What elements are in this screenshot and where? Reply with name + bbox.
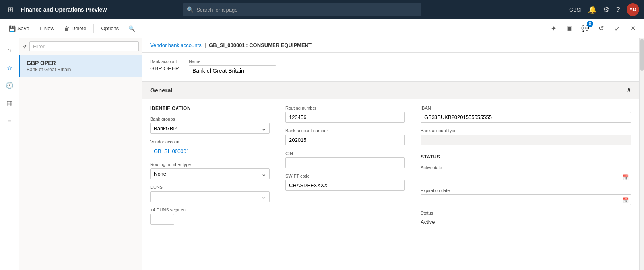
- routing-number-type-select[interactable]: None ABA SORT: [150, 168, 270, 179]
- sidebar-item-home[interactable]: ⌂: [2, 43, 17, 57]
- search-input[interactable]: [183, 3, 421, 16]
- routing-number-label: Routing number: [285, 106, 405, 110]
- toolbar-right: ✦ ▣ 💬 0 ↺ ⤢ ✕: [547, 22, 639, 35]
- status-section-heading: STATUS: [421, 154, 631, 160]
- user-avatar[interactable]: AD: [627, 3, 639, 16]
- list-filter-bar: ⧩: [19, 38, 142, 55]
- panel-icon-btn[interactable]: ▣: [563, 22, 576, 35]
- name-input[interactable]: [189, 65, 276, 76]
- detail-header: Bank account GBP OPER Name: [142, 53, 639, 82]
- toolbar-separator: [93, 24, 94, 33]
- filter-input[interactable]: [29, 41, 139, 51]
- list-item-title: GBP OPER: [27, 60, 136, 66]
- routing-number-type-field: Routing number type None ABA SORT: [150, 162, 270, 179]
- new-button[interactable]: + New: [35, 23, 58, 34]
- list-panel: ⧩ GBP OPER Bank of Great Britain: [19, 38, 142, 270]
- delete-icon: 🗑: [64, 25, 70, 32]
- sidebar-item-favorites[interactable]: ☆: [2, 61, 17, 75]
- duns-select[interactable]: [150, 191, 270, 202]
- sidebar-icon-rail: ⌂ ☆ 🕐 ▦ ≡: [0, 38, 19, 270]
- active-date-input[interactable]: [421, 172, 631, 182]
- bank-account-type-field: Bank account type: [421, 128, 631, 145]
- options-button[interactable]: Options: [97, 23, 123, 33]
- expiration-date-label: Expiration date: [421, 188, 631, 193]
- grid-icon[interactable]: ⊞: [5, 5, 16, 14]
- help-icon[interactable]: ?: [616, 6, 620, 14]
- routing-number-input[interactable]: [285, 112, 405, 123]
- routing-number-field: Routing number: [285, 106, 405, 123]
- save-button[interactable]: 💾 Save: [5, 23, 33, 34]
- bank-account-value: GBP OPER: [150, 65, 179, 72]
- form-col-account-info: Routing number Bank account number CIN S…: [285, 106, 405, 227]
- list-item[interactable]: GBP OPER Bank of Great Britain: [19, 55, 142, 77]
- expiration-date-wrap: [421, 194, 631, 205]
- bank-account-number-label: Bank account number: [285, 128, 405, 133]
- sidebar-item-recent[interactable]: 🕐: [2, 78, 17, 92]
- cin-label: CIN: [285, 151, 405, 156]
- save-icon: 💾: [9, 25, 16, 32]
- routing-number-type-label: Routing number type: [150, 162, 270, 167]
- scrollbar-thumb[interactable]: [640, 39, 644, 71]
- filter-icon[interactable]: ⧩: [22, 43, 27, 50]
- sidebar-item-modules[interactable]: ≡: [2, 113, 17, 127]
- diamond-icon-btn[interactable]: ✦: [547, 22, 560, 35]
- swift-code-field: SWIFT code: [285, 174, 405, 191]
- gbsi-label: GBSI: [569, 7, 582, 13]
- iban-input[interactable]: [421, 112, 631, 123]
- bank-groups-select-wrap: BankGBP BankUSD BankEUR: [150, 123, 270, 134]
- form-col-iban-status: IBAN Bank account type STATUS Active dat…: [421, 106, 631, 227]
- bank-account-number-input[interactable]: [285, 135, 405, 145]
- bank-account-type-label: Bank account type: [421, 128, 631, 133]
- status-value: Active: [421, 217, 631, 227]
- active-date-label: Active date: [421, 165, 631, 170]
- name-label: Name: [189, 59, 276, 64]
- top-navigation: ⊞ Finance and Operations Preview 🔍 GBSI …: [0, 0, 644, 19]
- swift-code-label: SWIFT code: [285, 174, 405, 178]
- expiration-date-input[interactable]: [421, 194, 631, 205]
- scrollbar[interactable]: [639, 38, 644, 270]
- chat-badge: 0: [587, 21, 593, 27]
- new-icon: +: [39, 25, 42, 32]
- duns-segment-label: +4 DUNS segment: [150, 207, 270, 212]
- collapse-icon[interactable]: ∧: [627, 86, 631, 94]
- name-field-group: Name: [189, 59, 276, 76]
- settings-icon[interactable]: ⚙: [603, 5, 609, 14]
- bank-account-field-group: Bank account GBP OPER: [150, 59, 179, 76]
- delete-button[interactable]: 🗑 Delete: [60, 23, 91, 34]
- main-layout: ⌂ ☆ 🕐 ▦ ≡ ⧩ GBP OPER Bank of Great Brita…: [0, 38, 644, 270]
- swift-code-input[interactable]: [285, 180, 405, 191]
- list-item-subtitle: Bank of Great Britain: [27, 67, 136, 72]
- vendor-account-label: Vendor account: [150, 139, 270, 144]
- breadcrumb-current: GB_SI_000001 : CONSUMER EQUIPMENT: [209, 42, 312, 48]
- sidebar-item-workspaces[interactable]: ▦: [2, 96, 17, 110]
- vendor-account-link[interactable]: GB_SI_000001: [150, 146, 270, 157]
- duns-segment-input[interactable]: [150, 214, 174, 225]
- active-date-field: Active date: [421, 165, 631, 182]
- status-section-title: STATUS: [421, 154, 631, 160]
- identification-title: IDENTIFICATION: [150, 106, 270, 111]
- iban-field: IBAN: [421, 106, 631, 123]
- breadcrumb-link[interactable]: Vendor bank accounts: [150, 42, 202, 48]
- search-bar: 🔍: [183, 3, 421, 16]
- bank-account-number-field: Bank account number: [285, 128, 405, 145]
- expand-icon-btn[interactable]: ⤢: [611, 22, 623, 35]
- bank-account-type-input[interactable]: [421, 135, 631, 145]
- notification-icon[interactable]: 🔔: [588, 5, 597, 14]
- toolbar-search-button[interactable]: 🔍: [124, 23, 139, 34]
- expiration-date-field: Expiration date: [421, 188, 631, 205]
- duns-segment-field: +4 DUNS segment: [150, 207, 270, 225]
- close-icon-btn[interactable]: ✕: [627, 22, 639, 35]
- identification-heading: IDENTIFICATION: [150, 106, 270, 111]
- bank-groups-select[interactable]: BankGBP BankUSD BankEUR: [150, 123, 270, 134]
- top-nav-right: GBSI 🔔 ⚙ ? AD: [569, 3, 639, 16]
- duns-field: DUNS: [150, 185, 270, 202]
- iban-label: IBAN: [421, 106, 631, 110]
- bank-groups-label: Bank groups: [150, 117, 270, 121]
- form-col-identification: IDENTIFICATION Bank groups BankGBP BankU…: [150, 106, 270, 227]
- vendor-account-field: Vendor account GB_SI_000001: [150, 139, 270, 157]
- breadcrumb: Vendor bank accounts | GB_SI_000001 : CO…: [142, 38, 639, 53]
- duns-label: DUNS: [150, 185, 270, 190]
- cin-input[interactable]: [285, 157, 405, 168]
- status-field: Status Active: [421, 211, 631, 227]
- refresh-icon-btn[interactable]: ↺: [595, 22, 607, 35]
